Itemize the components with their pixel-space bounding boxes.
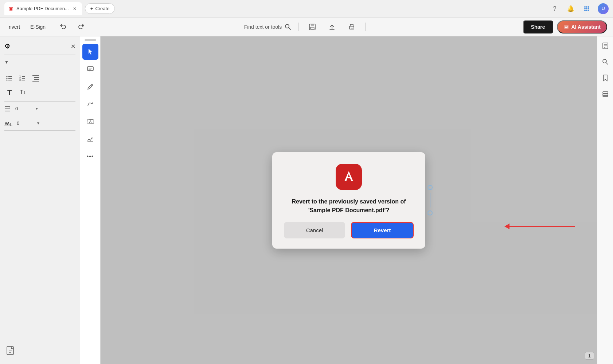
- line-spacing-row: 0 ▼: [4, 105, 75, 112]
- notes-panel-button[interactable]: [599, 39, 612, 52]
- svg-point-5: [588, 8, 589, 9]
- help-button[interactable]: ?: [550, 4, 560, 14]
- close-panel-icon[interactable]: ✕: [71, 43, 75, 50]
- dialog-buttons: Cancel Revert: [284, 222, 414, 238]
- esign-button[interactable]: E-Sign: [27, 23, 48, 31]
- svg-rect-44: [87, 67, 93, 71]
- print-icon: [348, 23, 356, 31]
- svg-rect-12: [311, 24, 314, 26]
- panel-divider-4: [4, 116, 75, 116]
- tab-pdf-icon: ▣: [9, 6, 13, 12]
- convert-label: nvert: [9, 24, 20, 30]
- panel-divider-3: [4, 101, 75, 102]
- layers-panel-button[interactable]: [599, 87, 612, 100]
- convert-button[interactable]: nvert: [6, 23, 23, 31]
- arrow-head: [504, 223, 509, 229]
- svg-point-8: [588, 10, 589, 11]
- save-icon: [308, 23, 316, 31]
- signature-tool-button[interactable]: [82, 131, 98, 147]
- cursor-icon: [87, 48, 94, 55]
- comment-tool-button[interactable]: [82, 61, 98, 77]
- more-icon: •••: [87, 153, 94, 160]
- svg-point-6: [584, 10, 586, 11]
- toolbar-separator-2: [298, 23, 299, 31]
- search-panel-button[interactable]: [599, 55, 612, 68]
- handle-top-circle: [427, 185, 433, 190]
- print-button[interactable]: [345, 21, 358, 33]
- ai-label: AI Assistant: [571, 24, 601, 30]
- text-tools: 1. 2. 3.: [4, 73, 75, 83]
- pencil-tool-button[interactable]: [82, 79, 98, 95]
- svg-point-2: [588, 6, 589, 8]
- tab-title: Sample PDF Documen...: [16, 6, 69, 11]
- help-icon: ?: [553, 5, 557, 12]
- revert-button[interactable]: Revert: [351, 222, 414, 238]
- list-tools-row: 1. 2. 3.: [4, 73, 75, 83]
- bullet-list-icon: [5, 74, 13, 82]
- svg-rect-13: [311, 27, 314, 29]
- upload-button[interactable]: [326, 21, 338, 33]
- panel-divider-2: [4, 69, 75, 69]
- line-spacing-dropdown[interactable]: ▼: [35, 107, 39, 111]
- save-button[interactable]: [306, 21, 319, 33]
- textbox-tool-button[interactable]: A: [82, 114, 98, 130]
- comment-icon: [87, 66, 94, 73]
- sidebar-drag-handle: [85, 39, 96, 41]
- tool-sidebar: A •••: [80, 36, 101, 364]
- undo-button[interactable]: [58, 21, 70, 33]
- ai-assistant-button[interactable]: AI AI Assistant: [557, 20, 607, 33]
- svg-line-56: [606, 63, 608, 64]
- more-tools-button[interactable]: •••: [82, 149, 98, 165]
- line-spacing-input[interactable]: 0: [14, 105, 32, 112]
- tab-close-button[interactable]: ✕: [72, 6, 78, 12]
- letter-spacing-row: VA 0 ▼: [4, 120, 75, 127]
- redo-button[interactable]: [74, 21, 87, 33]
- bell-icon: 🔔: [567, 5, 574, 12]
- find-tools-button[interactable]: Find text or tools: [244, 24, 292, 30]
- esign-label: E-Sign: [30, 24, 46, 30]
- svg-line-47: [91, 85, 92, 86]
- font-dropdown[interactable]: ▼: [4, 59, 75, 65]
- browser-chrome: ▣ Sample PDF Documen... ✕ + Create ? 🔔: [0, 0, 613, 17]
- right-panel: [597, 36, 613, 364]
- revert-dialog: Revert to the previously saved version o…: [272, 152, 425, 249]
- svg-rect-59: [603, 95, 608, 96]
- svg-point-23: [7, 80, 8, 81]
- main-toolbar: nvert E-Sign Find text or tools: [0, 17, 613, 36]
- letter-spacing-icon: VA: [4, 120, 12, 127]
- main-layout: ⚙ ✕ ▼: [0, 36, 613, 364]
- panel-divider-1: [4, 55, 75, 55]
- panel-header: ⚙ ✕: [4, 42, 75, 50]
- toolbar-center: Find text or tools: [91, 21, 519, 33]
- arrow-annotation: [504, 223, 575, 229]
- svg-point-3: [584, 8, 586, 9]
- browser-tab[interactable]: ▣ Sample PDF Documen... ✕: [4, 2, 82, 15]
- numbered-list-button[interactable]: 1. 2. 3.: [17, 73, 28, 83]
- cancel-button[interactable]: Cancel: [284, 222, 345, 238]
- user-avatar[interactable]: U: [598, 3, 609, 14]
- dialog-message-text: Revert to the previously saved version o…: [284, 197, 414, 215]
- apps-button[interactable]: [582, 4, 592, 14]
- bullet-list-button[interactable]: [4, 73, 15, 83]
- share-button[interactable]: Share: [523, 20, 553, 33]
- notifications-button[interactable]: 🔔: [566, 4, 576, 14]
- text-small-button[interactable]: T1: [17, 87, 28, 98]
- left-panel: ⚙ ✕ ▼: [0, 36, 80, 364]
- curve-tool-button[interactable]: [82, 96, 98, 112]
- new-tab-button[interactable]: + Create: [85, 3, 115, 14]
- find-tools-label: Find text or tools: [244, 24, 282, 30]
- export-button[interactable]: [6, 345, 16, 357]
- letter-spacing-input[interactable]: 0: [15, 120, 34, 127]
- letter-spacing-dropdown[interactable]: ▼: [36, 121, 40, 125]
- signature-icon: [87, 135, 94, 143]
- svg-rect-58: [603, 94, 608, 95]
- settings-icon[interactable]: ⚙: [4, 42, 10, 50]
- text-large-button[interactable]: T: [4, 87, 15, 98]
- svg-point-1: [586, 6, 587, 8]
- indent-button[interactable]: [31, 73, 41, 83]
- panel-divider-5: [4, 130, 75, 131]
- bookmarks-panel-button[interactable]: [599, 71, 612, 84]
- curve-icon: [87, 100, 94, 108]
- svg-text:3.: 3.: [19, 79, 22, 81]
- select-tool-button[interactable]: [82, 44, 98, 60]
